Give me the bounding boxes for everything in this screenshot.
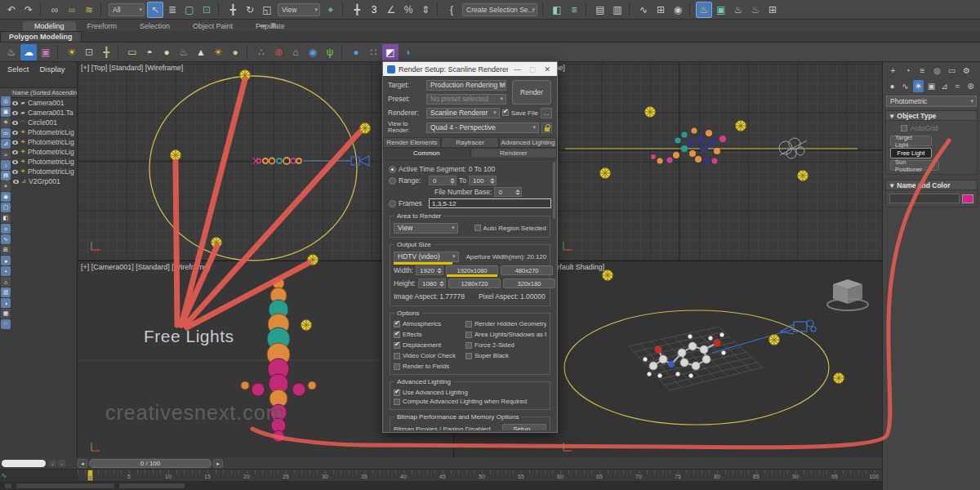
width-spinner[interactable]: 1920 [416, 265, 443, 275]
dome-primitive-icon[interactable]: ◓ [141, 44, 158, 60]
scroll-right-icon[interactable]: › [58, 460, 65, 467]
scene-item-photometriclig[interactable]: ☀PhotometricLig [0, 137, 77, 147]
polygon-modeling-panel-tab[interactable]: Polygon Modeling [0, 31, 82, 42]
explorer-display-icon[interactable]: ∿ [1, 234, 11, 244]
sphere-dark-icon[interactable]: ◑ [399, 44, 416, 60]
mini-curve-editor-icon[interactable]: ∿ [1, 471, 7, 479]
layer-manager-icon[interactable]: ▤ [592, 2, 608, 18]
scene-explorer-toggle-icon[interactable]: ▥ [609, 2, 626, 18]
effects-checkbox[interactable] [394, 332, 400, 338]
tab-renderer[interactable]: Renderer [470, 148, 558, 158]
visibility-eye-icon[interactable] [12, 131, 18, 135]
explorer-display-icon[interactable]: ≡ [1, 224, 11, 234]
range-from-spinner[interactable]: 0 [429, 176, 457, 185]
visibility-eye-icon[interactable] [13, 180, 19, 184]
environment-icon[interactable]: ☁ [20, 44, 37, 60]
render-production-icon[interactable]: ♨ [730, 2, 746, 18]
lights-category-icon[interactable]: ☀ [913, 80, 924, 92]
molecule-tool-icon[interactable]: ∷ [365, 44, 381, 60]
explorer-display-icon[interactable]: ▣ [1, 107, 11, 117]
explorer-display-icon[interactable]: ▢ [1, 203, 11, 212]
scene-explorer-menu-select[interactable]: Select [7, 65, 29, 74]
align-icon[interactable]: ≡ [566, 2, 582, 18]
explorer-display-icon[interactable]: ▤ [1, 171, 11, 180]
preset-dropdown[interactable]: No preset selected [426, 94, 506, 105]
explorer-display-icon[interactable]: ≈ [1, 149, 11, 159]
save-file-browse-button[interactable]: ... [541, 108, 552, 118]
undo-icon[interactable]: ↶ [3, 2, 20, 18]
utilities-tab-icon[interactable]: ⚙ [960, 65, 973, 77]
scene-explorer-menu-display[interactable]: Display [39, 65, 65, 74]
select-object-icon[interactable]: ↖ [147, 2, 163, 18]
explorer-display-icon[interactable]: ○ [1, 160, 11, 170]
select-by-name-icon[interactable]: ≣ [164, 2, 180, 18]
next-frame-icon[interactable]: ▸ [213, 459, 223, 468]
scene-explorer-scrollbar[interactable] [2, 460, 46, 467]
bitmap-setup-button[interactable]: Setup... [502, 424, 546, 430]
disc-icon[interactable]: ● [227, 44, 243, 60]
explorer-display-icon[interactable]: ∷ [1, 319, 11, 329]
explorer-display-icon[interactable]: ▭ [1, 128, 11, 138]
compute-advanced-lighting-when-required-checkbox[interactable] [394, 399, 400, 405]
selection-filter-dropdown[interactable]: All [109, 3, 145, 16]
render-button[interactable]: Render [512, 80, 551, 105]
rect-selection-region-icon[interactable]: ▢ [181, 2, 198, 18]
explorer-display-icon[interactable]: ⊞ [1, 245, 11, 255]
create-selection-set-dropdown[interactable]: Create Selection Se... [462, 3, 537, 16]
use-advanced-lighting-checkbox[interactable] [394, 390, 400, 396]
lock-view-icon[interactable] [541, 122, 552, 133]
resolution-480x270-button[interactable]: 480x270 [501, 265, 553, 275]
planet-icon[interactable]: ◉ [305, 44, 321, 60]
bind-spacewarp-icon[interactable]: ≋ [81, 2, 97, 18]
close-icon[interactable]: ✕ [541, 65, 553, 74]
cone-primitive-icon[interactable]: ▲ [193, 44, 209, 60]
area-lights-shadows-as-points-checkbox[interactable] [466, 332, 472, 338]
schematic-view-icon[interactable]: ⊞ [653, 2, 669, 18]
window-crossing-icon[interactable]: ⊡ [198, 2, 215, 18]
spacewarps-category-icon[interactable]: ≈ [952, 80, 963, 92]
reference-coordinate-dropdown[interactable]: View [278, 3, 320, 16]
ribbon-tab-modeling[interactable]: Modeling [23, 21, 76, 31]
name-color-rollout-header[interactable]: ▾ Name and Color [885, 180, 978, 190]
helper-tower-icon[interactable]: ⌂ [287, 44, 304, 60]
viewport-camera-label[interactable]: [+] [Camera001] [Standard] [Wireframe] [81, 263, 210, 271]
explorer-display-icon[interactable]: ◎ [1, 96, 11, 106]
light-box-icon[interactable]: ⊡ [81, 44, 97, 60]
select-move-icon[interactable]: ╋ [225, 2, 241, 18]
dialog-title-bar[interactable]: Render Setup: Scanline Renderer — ▢ ✕ [383, 62, 557, 76]
auto-region-checkbox[interactable] [474, 225, 481, 231]
scene-item-camera001[interactable]: ▰Camera001 [0, 98, 77, 108]
particles-icon[interactable]: ∴ [253, 44, 270, 60]
sphere-primitive-icon[interactable]: ● [158, 44, 175, 60]
output-size-preset-dropdown[interactable]: HDTV (video) [394, 252, 459, 262]
angle-snap-icon[interactable]: ∠ [383, 2, 399, 18]
render-teapot-icon[interactable]: ♨ [3, 44, 20, 60]
render-setup-icon[interactable]: ♨ [696, 2, 712, 18]
select-scale-icon[interactable]: ◱ [259, 2, 275, 18]
curve-editor-icon[interactable]: ∿ [635, 2, 652, 18]
sun-positioner-button[interactable]: Sun Positioner [890, 160, 939, 171]
spinner-snap-icon[interactable]: ⇕ [417, 2, 434, 18]
unlink-icon[interactable]: ∞ [64, 2, 80, 18]
view-to-render-dropdown[interactable]: Quad 4 - Perspective [426, 122, 539, 133]
explorer-display-icon[interactable]: ⌖ [1, 181, 11, 191]
tab-advanced-lighting[interactable]: Advanced Lighting [499, 137, 557, 148]
resolution-1920x1080-button[interactable]: 1920x1080 [446, 265, 498, 275]
explorer-display-icon[interactable]: ▦ [1, 309, 11, 318]
frames-radio[interactable] [389, 200, 396, 207]
explorer-display-icon[interactable]: ◑ [1, 298, 11, 308]
time-slider[interactable]: 0 / 100 [89, 459, 212, 468]
scene-item-photometriclig[interactable]: ☀PhotometricLig [0, 157, 77, 167]
hierarchy-tab-icon[interactable]: ≡ [916, 65, 929, 77]
display-tab-icon[interactable]: ▭ [946, 65, 958, 77]
area-to-render-dropdown[interactable]: View [394, 223, 458, 234]
ribbon-tab-object-paint[interactable]: Object Paint [181, 21, 244, 31]
percent-snap-icon[interactable]: % [400, 2, 416, 18]
scene-item-photometriclig[interactable]: ☀PhotometricLig [0, 147, 77, 157]
named-selection-sets-icon[interactable]: { [443, 2, 460, 18]
force-2-sided-checkbox[interactable] [466, 342, 472, 349]
scene-item-v2grp001[interactable]: ▶⊿V2Grp001 [0, 176, 77, 186]
minimize-icon[interactable]: — [511, 65, 523, 74]
light-category-dropdown[interactable]: Photometric [886, 96, 977, 107]
select-rotate-icon[interactable]: ↻ [242, 2, 258, 18]
